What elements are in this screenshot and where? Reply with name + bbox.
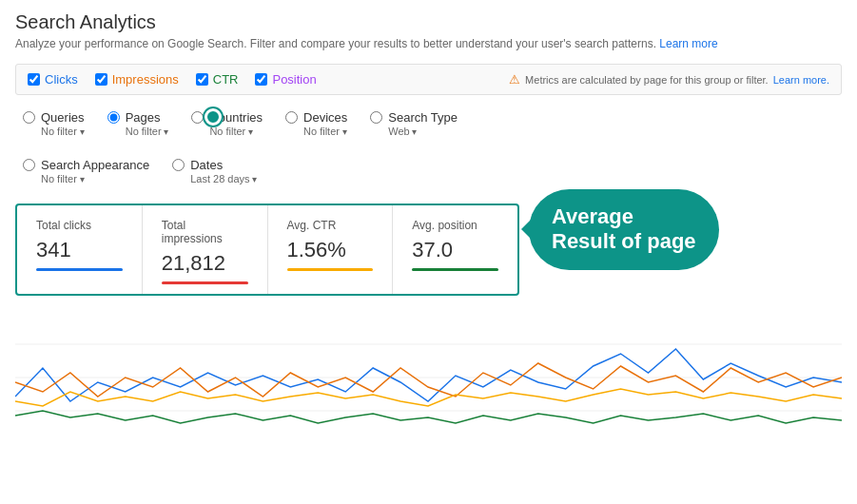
filter-pages-label: Pages [126,110,161,125]
stat-clicks-value: 341 [36,238,123,262]
stat-avg-ctr: Avg. CTR 1.56% [268,205,394,294]
filter-pages-radio[interactable] [107,111,120,124]
average-result-bubble: AverageResult of page [529,189,719,270]
filter-queries-radio[interactable] [23,111,35,124]
filter-devices-value[interactable]: No filter [303,126,347,137]
filter-queries: Queries No filter [15,105,100,143]
filter-search-appearance: Search Appearance No filter [15,152,165,190]
learn-more-link-top[interactable]: Learn more [659,37,717,50]
stat-impressions-value: 21,812 [162,251,248,276]
filter-search-appearance-value[interactable]: No filter [41,173,149,184]
chart-line-ctr [15,389,842,406]
filter-search-type-value[interactable]: Web [388,126,458,137]
filter-devices: Devices No filter [278,105,362,143]
filter-countries-radio[interactable] [191,111,204,124]
filter-search-appearance-radio[interactable] [23,159,35,171]
metric-clicks-label: Clicks [45,72,78,87]
stats-box: Total clicks 341 Total impressions 21,81… [15,204,519,296]
stat-impressions-bar [162,281,248,284]
chart-area [15,311,842,444]
filter-countries-value[interactable]: No filter [209,126,263,137]
chart-line-position [15,411,842,423]
stat-position-bar [412,268,498,271]
filter-pages-value[interactable]: No filter [126,126,169,137]
metric-ctr-checkbox[interactable]: CTR [196,72,239,87]
metric-position-label: Position [272,72,316,87]
filter-queries-label: Queries [41,110,85,125]
stat-total-clicks: Total clicks 341 [17,205,143,294]
learn-more-link-metrics[interactable]: Learn more. [773,74,829,86]
stat-avg-position: Avg. position 37.0 [393,205,517,294]
filter-pages: Pages No filter [100,105,185,143]
stat-ctr-label: Avg. CTR [287,219,374,232]
stats-section: Total clicks 341 Total impressions 21,81… [15,204,842,296]
filters-row-2: Search Appearance No filter Dates Last 2… [15,152,842,190]
stat-clicks-bar [36,268,123,271]
chart-line-clicks [15,349,842,401]
stat-position-value: 37.0 [412,238,498,262]
filter-dates-label: Dates [190,158,223,172]
page-title: Search Analytics [15,11,842,33]
page-wrapper: Search Analytics Analyze your performanc… [0,0,857,456]
bubble-container: AverageResult of page [529,189,719,270]
filter-countries-label: Countries [209,110,263,125]
filter-dates-value[interactable]: Last 28 days [190,173,257,184]
line-chart [15,311,842,444]
filter-search-type-label: Search Type [388,110,458,125]
stat-total-impressions: Total impressions 21,812 [143,205,268,294]
stat-impressions-label: Total impressions [162,219,248,245]
filter-countries: Countries No filter [184,105,278,143]
stat-ctr-bar [287,268,374,271]
metric-clicks-checkbox[interactable]: Clicks [28,72,78,87]
metric-ctr-label: CTR [213,72,239,87]
metric-position-checkbox[interactable]: Position [255,72,316,87]
filters-row-1: Queries No filter Pages No filter Countr… [15,105,842,143]
filter-dates-radio[interactable] [172,159,185,171]
metrics-note: ⚠ Metrics are calculated by page for thi… [509,72,829,87]
filter-search-appearance-label: Search Appearance [41,158,149,172]
filter-devices-radio[interactable] [285,111,298,124]
filter-queries-value[interactable]: No filter [41,126,85,137]
filter-devices-label: Devices [303,110,347,125]
page-description: Analyze your performance on Google Searc… [15,37,842,50]
metrics-bar: Clicks Impressions CTR Position ⚠ Metric… [15,64,842,95]
stat-position-label: Avg. position [412,219,498,232]
filter-search-type-radio[interactable] [370,111,382,124]
chart-line-impressions [15,363,842,397]
filter-dates: Dates Last 28 days [165,152,272,190]
metric-impressions-label: Impressions [112,72,179,87]
stat-ctr-value: 1.56% [287,238,374,262]
filter-search-type: Search Type Web [362,105,473,143]
stat-clicks-label: Total clicks [36,219,123,232]
warning-icon: ⚠ [509,72,520,87]
metric-impressions-checkbox[interactable]: Impressions [95,72,179,87]
